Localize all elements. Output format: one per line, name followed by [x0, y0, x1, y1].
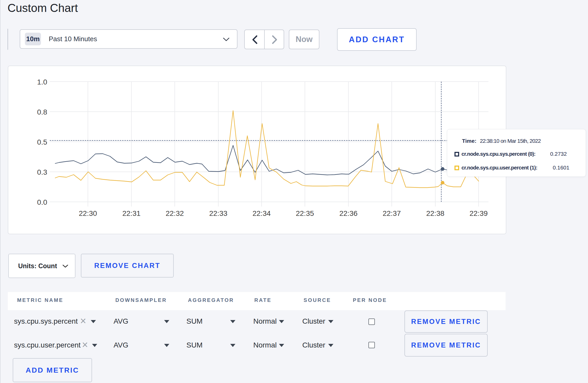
svg-text:22:31: 22:31 — [122, 209, 141, 217]
svg-text:22:38: 22:38 — [426, 209, 444, 217]
svg-text:22:37: 22:37 — [383, 209, 401, 217]
svg-text:22:35: 22:35 — [296, 209, 314, 217]
svg-text:22:33: 22:33 — [209, 209, 227, 217]
svg-text:0.5: 0.5 — [37, 138, 47, 146]
svg-text:1.0: 1.0 — [37, 78, 47, 86]
svg-text:0.8: 0.8 — [37, 108, 47, 116]
svg-text:22:36: 22:36 — [339, 209, 358, 217]
svg-text:0.3: 0.3 — [37, 168, 47, 176]
svg-text:22:30: 22:30 — [79, 209, 97, 217]
svg-text:22:34: 22:34 — [253, 209, 271, 217]
svg-text:0.0: 0.0 — [37, 198, 47, 206]
svg-text:22:39: 22:39 — [470, 209, 488, 217]
svg-text:22:32: 22:32 — [166, 209, 184, 217]
